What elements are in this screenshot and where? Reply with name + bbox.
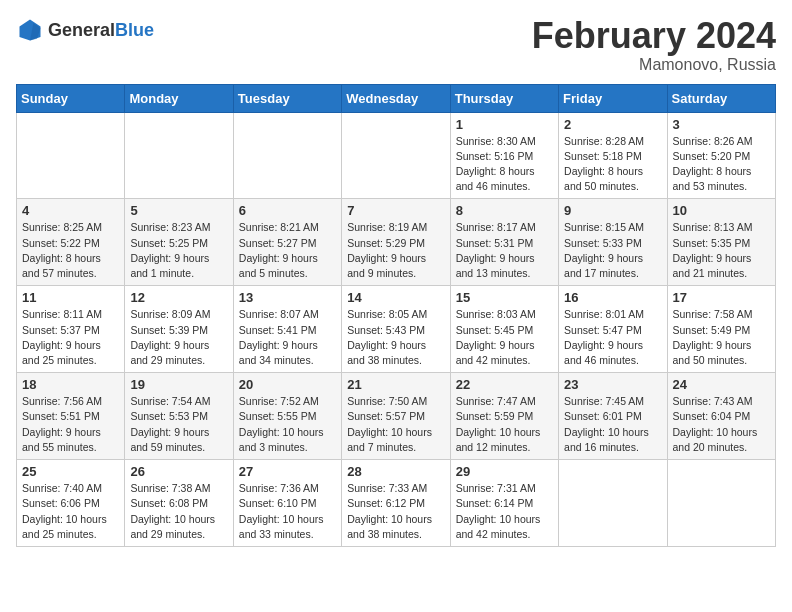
day-content: Sunrise: 8:11 AM Sunset: 5:37 PM Dayligh… bbox=[22, 307, 119, 368]
calendar-cell: 6Sunrise: 8:21 AM Sunset: 5:27 PM Daylig… bbox=[233, 199, 341, 286]
weekday-header-monday: Monday bbox=[125, 84, 233, 112]
week-row-3: 18Sunrise: 7:56 AM Sunset: 5:51 PM Dayli… bbox=[17, 373, 776, 460]
day-number: 12 bbox=[130, 290, 227, 305]
day-number: 2 bbox=[564, 117, 661, 132]
page-header: GeneralBlue February 2024 Mamonovo, Russ… bbox=[16, 16, 776, 74]
day-content: Sunrise: 7:47 AM Sunset: 5:59 PM Dayligh… bbox=[456, 394, 553, 455]
weekday-header-wednesday: Wednesday bbox=[342, 84, 450, 112]
day-content: Sunrise: 7:33 AM Sunset: 6:12 PM Dayligh… bbox=[347, 481, 444, 542]
month-title: February 2024 bbox=[532, 16, 776, 56]
day-number: 28 bbox=[347, 464, 444, 479]
day-number: 1 bbox=[456, 117, 553, 132]
logo-icon bbox=[16, 16, 44, 44]
calendar-cell: 16Sunrise: 8:01 AM Sunset: 5:47 PM Dayli… bbox=[559, 286, 667, 373]
calendar-cell bbox=[342, 112, 450, 199]
week-row-0: 1Sunrise: 8:30 AM Sunset: 5:16 PM Daylig… bbox=[17, 112, 776, 199]
day-content: Sunrise: 7:58 AM Sunset: 5:49 PM Dayligh… bbox=[673, 307, 770, 368]
calendar-cell: 13Sunrise: 8:07 AM Sunset: 5:41 PM Dayli… bbox=[233, 286, 341, 373]
day-number: 13 bbox=[239, 290, 336, 305]
day-content: Sunrise: 8:09 AM Sunset: 5:39 PM Dayligh… bbox=[130, 307, 227, 368]
day-number: 23 bbox=[564, 377, 661, 392]
day-number: 19 bbox=[130, 377, 227, 392]
day-number: 29 bbox=[456, 464, 553, 479]
calendar-cell: 21Sunrise: 7:50 AM Sunset: 5:57 PM Dayli… bbox=[342, 373, 450, 460]
calendar-table: SundayMondayTuesdayWednesdayThursdayFrid… bbox=[16, 84, 776, 547]
day-content: Sunrise: 7:36 AM Sunset: 6:10 PM Dayligh… bbox=[239, 481, 336, 542]
day-number: 10 bbox=[673, 203, 770, 218]
calendar-cell bbox=[125, 112, 233, 199]
calendar-cell: 26Sunrise: 7:38 AM Sunset: 6:08 PM Dayli… bbox=[125, 460, 233, 547]
calendar-cell bbox=[233, 112, 341, 199]
day-content: Sunrise: 7:54 AM Sunset: 5:53 PM Dayligh… bbox=[130, 394, 227, 455]
day-content: Sunrise: 8:17 AM Sunset: 5:31 PM Dayligh… bbox=[456, 220, 553, 281]
day-number: 22 bbox=[456, 377, 553, 392]
day-content: Sunrise: 7:38 AM Sunset: 6:08 PM Dayligh… bbox=[130, 481, 227, 542]
calendar-cell: 8Sunrise: 8:17 AM Sunset: 5:31 PM Daylig… bbox=[450, 199, 558, 286]
day-number: 27 bbox=[239, 464, 336, 479]
day-number: 16 bbox=[564, 290, 661, 305]
day-number: 17 bbox=[673, 290, 770, 305]
day-number: 5 bbox=[130, 203, 227, 218]
day-content: Sunrise: 7:56 AM Sunset: 5:51 PM Dayligh… bbox=[22, 394, 119, 455]
day-content: Sunrise: 7:52 AM Sunset: 5:55 PM Dayligh… bbox=[239, 394, 336, 455]
calendar-cell: 19Sunrise: 7:54 AM Sunset: 5:53 PM Dayli… bbox=[125, 373, 233, 460]
calendar-cell: 12Sunrise: 8:09 AM Sunset: 5:39 PM Dayli… bbox=[125, 286, 233, 373]
calendar-cell bbox=[667, 460, 775, 547]
calendar-cell: 1Sunrise: 8:30 AM Sunset: 5:16 PM Daylig… bbox=[450, 112, 558, 199]
logo-text: GeneralBlue bbox=[48, 20, 154, 41]
day-content: Sunrise: 7:50 AM Sunset: 5:57 PM Dayligh… bbox=[347, 394, 444, 455]
day-content: Sunrise: 8:28 AM Sunset: 5:18 PM Dayligh… bbox=[564, 134, 661, 195]
weekday-header-saturday: Saturday bbox=[667, 84, 775, 112]
day-content: Sunrise: 8:01 AM Sunset: 5:47 PM Dayligh… bbox=[564, 307, 661, 368]
location-title: Mamonovo, Russia bbox=[532, 56, 776, 74]
day-number: 15 bbox=[456, 290, 553, 305]
calendar-cell: 17Sunrise: 7:58 AM Sunset: 5:49 PM Dayli… bbox=[667, 286, 775, 373]
day-number: 11 bbox=[22, 290, 119, 305]
day-content: Sunrise: 8:26 AM Sunset: 5:20 PM Dayligh… bbox=[673, 134, 770, 195]
day-content: Sunrise: 8:07 AM Sunset: 5:41 PM Dayligh… bbox=[239, 307, 336, 368]
week-row-4: 25Sunrise: 7:40 AM Sunset: 6:06 PM Dayli… bbox=[17, 460, 776, 547]
day-content: Sunrise: 8:05 AM Sunset: 5:43 PM Dayligh… bbox=[347, 307, 444, 368]
calendar-cell: 11Sunrise: 8:11 AM Sunset: 5:37 PM Dayli… bbox=[17, 286, 125, 373]
calendar-cell: 23Sunrise: 7:45 AM Sunset: 6:01 PM Dayli… bbox=[559, 373, 667, 460]
day-number: 20 bbox=[239, 377, 336, 392]
day-content: Sunrise: 8:03 AM Sunset: 5:45 PM Dayligh… bbox=[456, 307, 553, 368]
day-content: Sunrise: 7:43 AM Sunset: 6:04 PM Dayligh… bbox=[673, 394, 770, 455]
calendar-cell: 28Sunrise: 7:33 AM Sunset: 6:12 PM Dayli… bbox=[342, 460, 450, 547]
day-number: 9 bbox=[564, 203, 661, 218]
weekday-header-friday: Friday bbox=[559, 84, 667, 112]
day-number: 18 bbox=[22, 377, 119, 392]
weekday-header-sunday: Sunday bbox=[17, 84, 125, 112]
day-number: 14 bbox=[347, 290, 444, 305]
day-content: Sunrise: 8:19 AM Sunset: 5:29 PM Dayligh… bbox=[347, 220, 444, 281]
week-row-1: 4Sunrise: 8:25 AM Sunset: 5:22 PM Daylig… bbox=[17, 199, 776, 286]
title-area: February 2024 Mamonovo, Russia bbox=[532, 16, 776, 74]
calendar-cell: 10Sunrise: 8:13 AM Sunset: 5:35 PM Dayli… bbox=[667, 199, 775, 286]
calendar-cell: 24Sunrise: 7:43 AM Sunset: 6:04 PM Dayli… bbox=[667, 373, 775, 460]
calendar-cell: 15Sunrise: 8:03 AM Sunset: 5:45 PM Dayli… bbox=[450, 286, 558, 373]
calendar-cell: 9Sunrise: 8:15 AM Sunset: 5:33 PM Daylig… bbox=[559, 199, 667, 286]
weekday-header-row: SundayMondayTuesdayWednesdayThursdayFrid… bbox=[17, 84, 776, 112]
calendar-cell: 3Sunrise: 8:26 AM Sunset: 5:20 PM Daylig… bbox=[667, 112, 775, 199]
day-content: Sunrise: 8:13 AM Sunset: 5:35 PM Dayligh… bbox=[673, 220, 770, 281]
day-number: 26 bbox=[130, 464, 227, 479]
day-content: Sunrise: 7:31 AM Sunset: 6:14 PM Dayligh… bbox=[456, 481, 553, 542]
calendar-cell: 2Sunrise: 8:28 AM Sunset: 5:18 PM Daylig… bbox=[559, 112, 667, 199]
weekday-header-thursday: Thursday bbox=[450, 84, 558, 112]
calendar-cell: 27Sunrise: 7:36 AM Sunset: 6:10 PM Dayli… bbox=[233, 460, 341, 547]
day-content: Sunrise: 8:21 AM Sunset: 5:27 PM Dayligh… bbox=[239, 220, 336, 281]
calendar-cell: 29Sunrise: 7:31 AM Sunset: 6:14 PM Dayli… bbox=[450, 460, 558, 547]
calendar-cell: 4Sunrise: 8:25 AM Sunset: 5:22 PM Daylig… bbox=[17, 199, 125, 286]
day-number: 24 bbox=[673, 377, 770, 392]
day-number: 4 bbox=[22, 203, 119, 218]
day-content: Sunrise: 8:30 AM Sunset: 5:16 PM Dayligh… bbox=[456, 134, 553, 195]
calendar-cell bbox=[559, 460, 667, 547]
day-content: Sunrise: 7:45 AM Sunset: 6:01 PM Dayligh… bbox=[564, 394, 661, 455]
calendar-cell: 7Sunrise: 8:19 AM Sunset: 5:29 PM Daylig… bbox=[342, 199, 450, 286]
day-number: 7 bbox=[347, 203, 444, 218]
day-number: 21 bbox=[347, 377, 444, 392]
calendar-cell: 25Sunrise: 7:40 AM Sunset: 6:06 PM Dayli… bbox=[17, 460, 125, 547]
calendar-cell: 14Sunrise: 8:05 AM Sunset: 5:43 PM Dayli… bbox=[342, 286, 450, 373]
calendar-cell: 18Sunrise: 7:56 AM Sunset: 5:51 PM Dayli… bbox=[17, 373, 125, 460]
day-content: Sunrise: 8:23 AM Sunset: 5:25 PM Dayligh… bbox=[130, 220, 227, 281]
